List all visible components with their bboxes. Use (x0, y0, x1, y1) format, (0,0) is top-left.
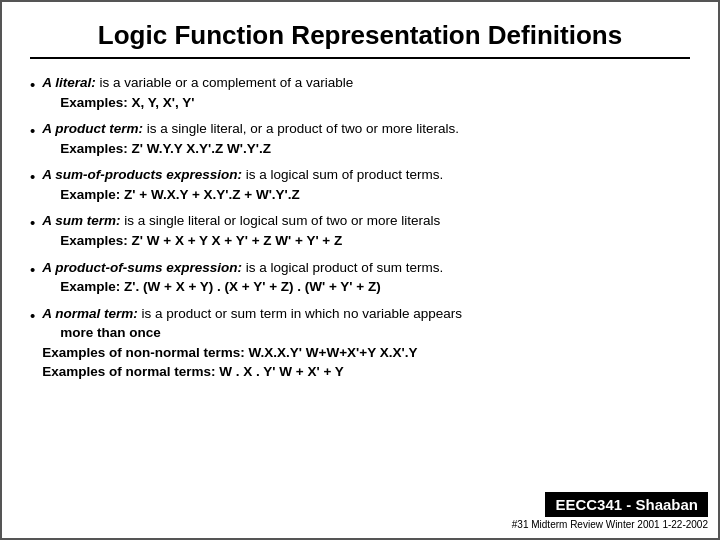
ex-normal-label: Examples of normal terms: (42, 364, 215, 379)
examples-label-1: Examples: (42, 95, 128, 110)
bullet-item-5: • A product-of-sums expression: is a log… (30, 258, 690, 297)
ex-normal-val: W . X . Y' W + X' + Y (219, 364, 343, 379)
bullet-item-1: • A literal: is a variable or a compleme… (30, 73, 690, 112)
bullet-4-text: A sum term: is a single literal or logic… (42, 211, 690, 250)
bullet-item-2: • A product term: is a single literal, o… (30, 119, 690, 158)
term-4: A sum term: (42, 213, 120, 228)
def-4: is a single literal or logical sum of tw… (124, 213, 440, 228)
footer-badge: EECC341 - Shaaban (545, 492, 708, 517)
bullet-3-text: A sum-of-products expression: is a logic… (42, 165, 690, 204)
term-5: A product-of-sums expression: (42, 260, 242, 275)
bullet-item-6: • A normal term: is a product or sum ter… (30, 304, 690, 382)
term-2: A product term: (42, 121, 143, 136)
examples-val-3: Z' + W.X.Y + X.Y'.Z + W'.Y'.Z (124, 187, 300, 202)
examples-label-5: Example: (42, 279, 120, 294)
examples-val-5: Z'. (W + X + Y) . (X + Y' + Z) . (W' + Y… (124, 279, 381, 294)
bullet-5-text: A product-of-sums expression: is a logic… (42, 258, 690, 297)
def-6: is a product or sum term in which no var… (142, 306, 462, 321)
slide: Logic Function Representation Definition… (0, 0, 720, 540)
content-area: • A literal: is a variable or a compleme… (30, 73, 690, 382)
bullet-6-text: A normal term: is a product or sum term … (42, 304, 690, 382)
term-6: A normal term: (42, 306, 138, 321)
bullet-6-dot: • (30, 305, 35, 327)
bullet-item-3: • A sum-of-products expression: is a log… (30, 165, 690, 204)
bullet-item-4: • A sum term: is a single literal or log… (30, 211, 690, 250)
bullet-2-dot: • (30, 120, 35, 142)
ex-nonnormal-label: Examples of non-normal terms: (42, 345, 245, 360)
term-1: A literal: (42, 75, 96, 90)
examples-label-2: Examples: (42, 141, 128, 156)
ex-nonnormal-val: W.X.X.Y' W+W+X'+Y X.X'.Y (249, 345, 418, 360)
bullet-1-text: A literal: is a variable or a complement… (42, 73, 690, 112)
def-2: is a single literal, or a product of two… (147, 121, 459, 136)
examples-label-4: Examples: (42, 233, 128, 248)
slide-title: Logic Function Representation Definition… (30, 20, 690, 59)
def-5: is a logical product of sum terms. (246, 260, 443, 275)
more-than-once: more than once (42, 325, 161, 340)
examples-label-3: Example: (42, 187, 120, 202)
bullet-2-text: A product term: is a single literal, or … (42, 119, 690, 158)
bullet-3-dot: • (30, 166, 35, 188)
bullet-1-dot: • (30, 74, 35, 96)
examples-val-1: X, Y, X', Y' (132, 95, 195, 110)
examples-val-2: Z' W.Y.Y X.Y'.Z W'.Y'.Z (132, 141, 271, 156)
term-3: A sum-of-products expression: (42, 167, 242, 182)
examples-val-4: Z' W + X + Y X + Y' + Z W' + Y' + Z (132, 233, 343, 248)
bullet-5-dot: • (30, 259, 35, 281)
footer-sub: #31 Midterm Review Winter 2001 1-22-2002 (512, 519, 708, 530)
bullet-4-dot: • (30, 212, 35, 234)
def-1: is a variable or a complement of a varia… (100, 75, 354, 90)
def-3: is a logical sum of product terms. (246, 167, 443, 182)
footer: EECC341 - Shaaban #31 Midterm Review Win… (512, 492, 708, 530)
